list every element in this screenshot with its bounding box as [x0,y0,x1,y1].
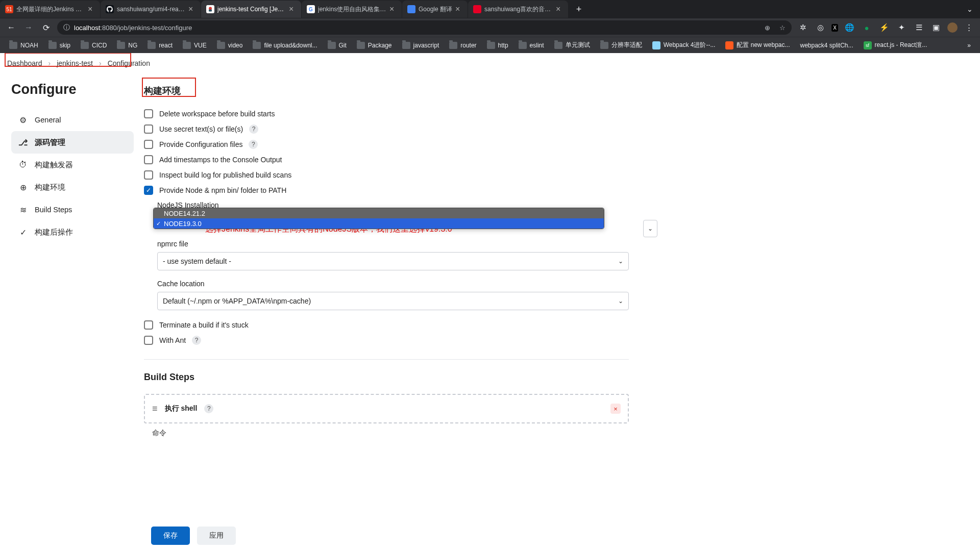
tab-3[interactable]: G jenkins使用自由风格集成react项 × [302,1,402,18]
bookmark-folder[interactable]: http [483,40,512,51]
bookmark-folder[interactable]: eslint [514,40,548,51]
bookmark-folder[interactable]: 分辨率适配 [596,39,646,52]
dropdown-option[interactable]: NODE14.21.2 [154,208,604,218]
opt-timestamps[interactable]: Add timestamps to the Console Output [144,155,629,164]
close-icon[interactable]: × [556,5,563,13]
crumb-config[interactable]: Configuration [108,59,150,67]
bookmark-folder[interactable]: VUE [179,40,211,51]
bookmark-link[interactable]: webpack4 splitCh... [796,40,857,51]
tab-title: jenkins使用自由风格集成react项 [318,5,386,14]
dropdown-option-selected[interactable]: ✓NODE19.3.0 [154,218,604,229]
address-bar[interactable]: ⓘ localhost:8080/job/jenkins-test/config… [57,20,792,35]
ext-icon-3[interactable]: X [831,24,838,32]
reload-button[interactable]: ⟳ [40,23,52,33]
bookmark-folder[interactable]: 单元测试 [550,39,594,52]
bookmark-folder[interactable]: router [445,40,480,51]
ext-icon-4[interactable]: 🌐 [843,23,855,32]
ext-icon-2[interactable]: ◎ [814,23,826,32]
apply-button[interactable]: 应用 [197,527,236,545]
bookmark-folder[interactable]: Git [324,40,351,51]
sidebar-item-scm[interactable]: ⎇源码管理 [11,131,134,154]
close-icon[interactable]: × [88,5,95,13]
build-step-shell[interactable]: ≡ 执行 shell ? × [144,394,629,423]
help-icon[interactable]: ? [249,140,258,149]
sidebar-item-general[interactable]: ⚙General [11,109,134,131]
opt-node[interactable]: ✓Provide Node & npm bin/ folder to PATH [144,186,629,195]
drag-handle-icon[interactable]: ≡ [152,404,158,414]
checkbox[interactable] [144,170,153,180]
tab-4[interactable]: Google 翻译 × [402,1,468,18]
bookmark-link[interactable]: sfreact.js - React渲... [860,39,932,52]
bookmark-folder[interactable]: video [213,40,247,51]
checkbox[interactable] [144,320,153,330]
close-icon[interactable]: × [389,5,397,13]
back-button[interactable]: ← [5,23,17,32]
window-menu[interactable]: ⌄ [960,5,980,13]
bookmark-link[interactable]: 配置 new webpac... [721,39,794,52]
sidebar-item-triggers[interactable]: ⏱构建触发器 [11,154,134,176]
install-icon[interactable]: ⊕ [765,24,770,32]
menu-icon[interactable]: ⋮ [963,23,975,32]
bookmark-folder[interactable]: Package [353,40,396,51]
globe-icon: ⊕ [18,183,28,192]
opt-ant[interactable]: With Ant? [144,336,629,345]
opt-config-files[interactable]: Provide Configuration files? [144,140,629,149]
node-install-dropdown[interactable]: NODE14.21.2 ✓NODE19.3.0 [153,208,604,229]
save-button[interactable]: 保存 [151,527,190,545]
bookmark-folder[interactable]: file upload&downl... [249,40,321,51]
help-icon[interactable]: ? [192,336,201,345]
new-tab-button[interactable]: + [572,2,586,16]
opt-delete-ws[interactable]: Delete workspace before build starts [144,109,629,118]
bookmark-star-icon[interactable]: ☆ [779,24,786,32]
opt-terminate[interactable]: Terminate a build if it's stuck [144,320,629,330]
checkbox[interactable] [144,109,153,118]
sidebar-item-post[interactable]: ✓构建后操作 [11,221,134,243]
bookmark-link[interactable]: Webpack 4进阶--... [648,39,720,52]
divider [144,359,629,360]
extensions-icon[interactable]: ✦ [895,23,908,32]
bookmark-folder[interactable]: skip [44,40,75,51]
tab-1[interactable]: sanshuiwang/umi4-react-temp × [101,1,201,18]
crumb-job[interactable]: jenkins-test [57,59,93,67]
tab-2[interactable]: jenkins-test Config [Jenkins] × [201,1,301,18]
ext-icon-1[interactable]: ✲ [797,23,809,32]
help-icon[interactable]: ? [249,124,258,134]
bookmark-folder[interactable]: CICD [77,40,111,51]
bookmark-folder[interactable]: NG [113,40,141,51]
checkbox[interactable] [144,336,153,345]
close-icon[interactable]: × [455,5,462,13]
forward-button[interactable]: → [22,23,35,32]
ext-icon-5[interactable]: ● [861,23,873,32]
sidebar-item-steps[interactable]: ≋Build Steps [11,198,134,221]
page-title: Configure [11,82,134,97]
help-icon[interactable]: ? [204,404,213,413]
tab-title: 全网最详细的Jenkins 持续集成教 [16,5,85,14]
crumb-dashboard[interactable]: Dashboard [7,59,42,67]
tab-0[interactable]: 51 全网最详细的Jenkins 持续集成教 × [0,1,100,18]
opt-secret[interactable]: Use secret text(s) or file(s)? [144,124,629,134]
checkbox[interactable] [144,124,153,134]
site-info-icon[interactable]: ⓘ [63,23,70,32]
tab-title: sanshuiwang/umi4-react-temp [117,6,185,13]
sidebar-item-env[interactable]: ⊕构建环境 [11,176,134,198]
bookmark-overflow[interactable]: » [963,42,975,49]
close-icon[interactable]: × [188,5,195,13]
bookmark-folder[interactable]: react [143,40,177,51]
npmrc-select[interactable]: - use system default -⌄ [157,252,629,270]
tab-5[interactable]: sanshuiwang喜欢的音乐 - 歌单 × [468,1,568,18]
close-icon[interactable]: × [289,5,296,13]
checkbox[interactable]: ✓ [144,186,153,195]
bookmark-folder[interactable]: NOAH [5,40,42,51]
profile-avatar[interactable] [947,22,958,33]
delete-step-button[interactable]: × [610,404,621,414]
clock-icon: ⏱ [18,160,28,169]
checkbox[interactable] [144,140,153,149]
ext-icon-6[interactable]: ⚡ [878,23,890,32]
cache-select[interactable]: Default (~/.npm or %APP_DATA%\npm-cache)… [157,292,629,310]
opt-inspect[interactable]: Inspect build log for published build sc… [144,170,629,180]
select-chevron[interactable]: ⌄ [643,220,657,237]
bookmark-folder[interactable]: javascript [398,40,444,51]
side-panel-icon[interactable]: ▣ [930,23,942,32]
checkbox[interactable] [144,155,153,164]
reading-list-icon[interactable]: ☰ [913,23,925,32]
